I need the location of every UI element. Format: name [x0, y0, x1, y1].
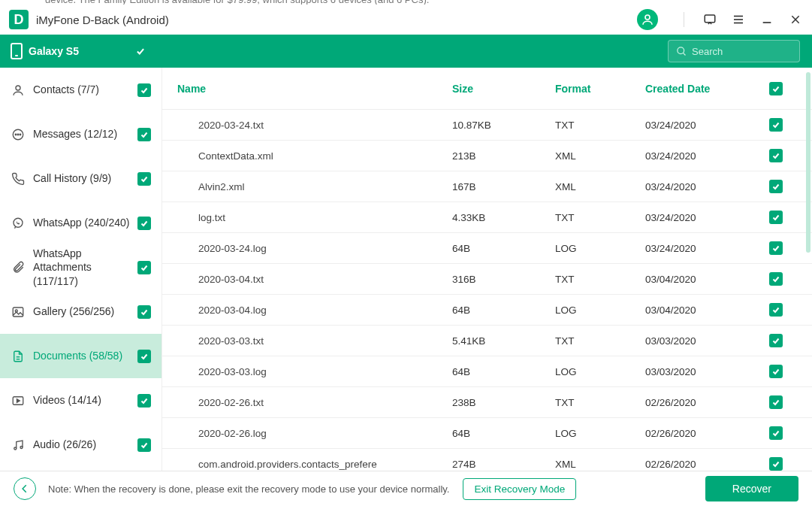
sidebar-item-label: WhatsApp (240/240): [33, 216, 137, 229]
row-checkbox[interactable]: [767, 118, 785, 132]
row-checkbox[interactable]: [767, 334, 785, 347]
footer: Note: When the recovery is done, please …: [0, 471, 812, 506]
table-row[interactable]: 2020-03-24.log64BLOG03/24/2020: [162, 232, 812, 263]
row-checkbox[interactable]: [767, 395, 785, 409]
sidebar-item-audio[interactable]: Audio (26/26): [0, 423, 161, 467]
sidebar-item-label: WhatsApp Attachments (117/117): [33, 247, 137, 288]
cell-date: 02/26/2020: [645, 397, 767, 408]
sidebar-item-whatsapp[interactable]: WhatsApp (240/240): [0, 201, 161, 245]
sidebar-item-label: Documents (58/58): [33, 349, 137, 362]
cell-format: XML: [555, 150, 645, 162]
sidebar-item-checkbox[interactable]: [137, 172, 151, 186]
cell-name: 2020-03-04.log: [177, 305, 452, 316]
svg-point-23: [20, 446, 23, 448]
exit-recovery-button[interactable]: Exit Recovery Mode: [463, 478, 576, 500]
cell-size: 64B: [452, 305, 555, 316]
cell-date: 03/03/2020: [645, 335, 767, 347]
row-checkbox[interactable]: [767, 426, 785, 440]
sidebar-item-label: Call History (9/9): [33, 171, 137, 185]
column-format[interactable]: Format: [555, 83, 645, 95]
scrollbar[interactable]: [806, 72, 810, 253]
device-bar: Galaxy S5: [0, 35, 812, 68]
app-logo: D: [9, 10, 29, 29]
documents-icon: [11, 349, 26, 364]
cell-date: 03/03/2020: [645, 366, 767, 377]
sidebar-item-checkbox[interactable]: [137, 261, 151, 274]
sidebar-item-callhistory[interactable]: Call History (9/9): [0, 156, 161, 201]
table-row[interactable]: 2020-03-03.txt5.41KBTXT03/03/2020: [162, 325, 812, 356]
svg-line-9: [683, 53, 685, 55]
device-name: Galaxy S5: [29, 45, 134, 57]
sidebar-item-checkbox[interactable]: [137, 350, 151, 363]
sidebar-item-attachment[interactable]: WhatsApp Attachments (117/117): [0, 245, 161, 289]
messages-icon: [11, 127, 26, 142]
row-checkbox[interactable]: [767, 211, 785, 224]
sidebar-item-checkbox[interactable]: [137, 83, 151, 97]
device-check-icon[interactable]: [134, 44, 147, 58]
table-row[interactable]: com.android.providers.contacts_prefere27…: [162, 448, 812, 471]
sidebar-item-checkbox[interactable]: [137, 438, 151, 452]
file-list: Name Size Format Created Date 2020-03-24…: [161, 68, 812, 471]
svg-rect-16: [13, 308, 23, 317]
cell-size: 5.41KB: [452, 335, 555, 347]
recover-button[interactable]: Recover: [705, 476, 798, 501]
cell-date: 02/26/2020: [645, 428, 767, 439]
svg-point-13: [17, 134, 19, 135]
column-date[interactable]: Created Date: [645, 83, 767, 95]
row-checkbox[interactable]: [767, 457, 785, 471]
table-row[interactable]: 2020-03-03.log64BLOG03/03/2020: [162, 356, 812, 386]
sidebar-item-documents[interactable]: Documents (58/58): [0, 334, 161, 378]
sidebar-item-videos[interactable]: Videos (14/14): [0, 378, 161, 423]
close-icon[interactable]: [788, 12, 803, 27]
svg-point-10: [16, 86, 20, 90]
cell-name: 2020-03-04.txt: [177, 274, 452, 285]
row-checkbox[interactable]: [767, 180, 785, 193]
sidebar-item-checkbox[interactable]: [137, 128, 151, 141]
menu-icon[interactable]: [731, 12, 746, 27]
cell-date: 03/04/2020: [645, 274, 767, 285]
column-name[interactable]: Name: [177, 83, 452, 95]
search-box[interactable]: [668, 40, 800, 62]
cell-size: 10.87KB: [452, 120, 555, 131]
cell-name: ContextData.xml: [177, 150, 452, 162]
search-input[interactable]: [692, 46, 782, 57]
minimize-icon[interactable]: [759, 12, 774, 27]
cell-format: TXT: [555, 397, 645, 408]
sidebar-item-gallery[interactable]: Gallery (256/256): [0, 289, 161, 334]
row-checkbox[interactable]: [767, 149, 785, 162]
audio-icon: [11, 438, 26, 453]
table-row[interactable]: 2020-02-26.log64BLOG02/26/2020: [162, 417, 812, 448]
sidebar-item-checkbox[interactable]: [137, 305, 151, 319]
cell-name: 2020-03-03.log: [177, 366, 452, 377]
table-row[interactable]: ContextData.xml213BXML03/24/2020: [162, 140, 812, 171]
select-all-checkbox[interactable]: [767, 82, 785, 95]
whatsapp-icon: [11, 216, 26, 231]
callhistory-icon: [11, 171, 26, 186]
sidebar-item-label: Messages (12/12): [33, 127, 137, 141]
cell-name: 2020-02-26.log: [177, 428, 452, 439]
table-row[interactable]: 2020-03-24.txt10.87KBTXT03/24/2020: [162, 109, 812, 140]
cell-name: log.txt: [177, 212, 452, 223]
back-button[interactable]: [14, 477, 36, 500]
svg-point-22: [14, 447, 17, 450]
account-icon[interactable]: [637, 9, 658, 30]
column-size[interactable]: Size: [452, 83, 555, 95]
sidebar-item-contacts[interactable]: Contacts (7/7): [0, 68, 161, 112]
table-row[interactable]: log.txt4.33KBTXT03/24/2020: [162, 201, 812, 232]
svg-point-15: [14, 218, 23, 227]
sidebar-item-messages[interactable]: Messages (12/12): [0, 112, 161, 156]
row-checkbox[interactable]: [767, 365, 785, 378]
app-title: iMyFone D-Back (Android): [36, 14, 637, 26]
table-row[interactable]: Alvin2.xml167BXML03/24/2020: [162, 171, 812, 201]
row-checkbox[interactable]: [767, 303, 785, 317]
table-row[interactable]: 2020-02-26.txt238BTXT02/26/2020: [162, 386, 812, 417]
table-row[interactable]: 2020-03-04.log64BLOG03/04/2020: [162, 294, 812, 325]
cell-name: 2020-03-24.txt: [177, 120, 452, 131]
row-checkbox[interactable]: [767, 241, 785, 255]
feedback-icon[interactable]: [702, 12, 717, 27]
sidebar-item-checkbox[interactable]: [137, 217, 151, 230]
svg-point-0: [645, 15, 650, 20]
table-row[interactable]: 2020-03-04.txt316BTXT03/04/2020: [162, 263, 812, 294]
row-checkbox[interactable]: [767, 272, 785, 286]
sidebar-item-checkbox[interactable]: [137, 394, 151, 408]
